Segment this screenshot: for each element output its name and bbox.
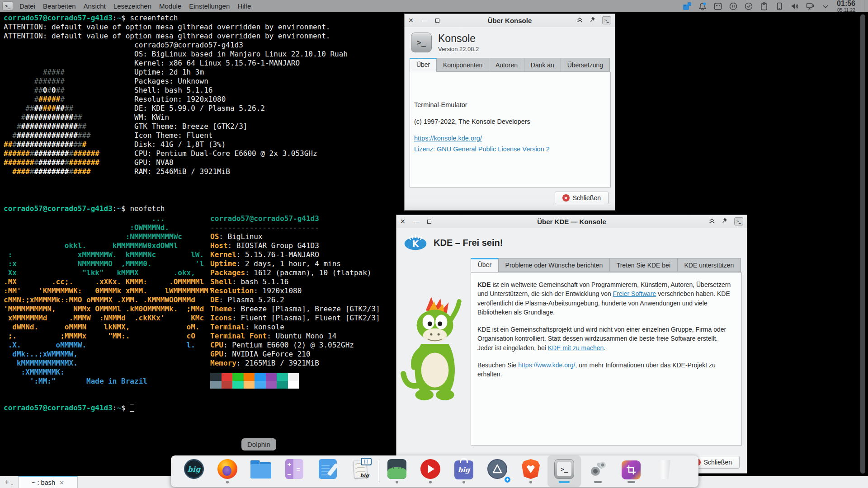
minimize-icon[interactable]: — [421, 17, 428, 23]
about-kde-tab-3[interactable]: Treten Sie KDE bei [610, 258, 678, 272]
running-indicator [462, 481, 465, 483]
dock-item-green-app[interactable]: •• •• [380, 455, 414, 487]
about-konsole-titlebar[interactable]: Über Konsole ✕ — >_ [405, 14, 615, 27]
dock: big+−=|||big•• ••big+>_ [171, 455, 698, 487]
kde-link[interactable]: Freier Software [613, 290, 656, 297]
palette-swatch [232, 381, 244, 389]
about-kde-titlebar[interactable]: Über KDE — Konsole ✕ — >_ [396, 215, 747, 228]
dock-item-appimage[interactable]: + [481, 455, 514, 487]
pamac-icon[interactable] [713, 1, 722, 11]
about-konsole-tab-3[interactable]: Autoren [489, 58, 524, 72]
terminal-scrollbar[interactable] [860, 14, 865, 474]
pin-icon[interactable] [722, 217, 728, 225]
palette-swatch [288, 373, 299, 381]
brave-icon [520, 459, 541, 479]
maximize-icon[interactable] [427, 220, 431, 224]
menu-hilfe[interactable]: Hilfe [237, 2, 251, 10]
neofetch-info: corrado57@corrado57-g41d3 --------------… [210, 214, 380, 368]
terminal-cursor [130, 404, 134, 412]
dock-item-konsole[interactable]: >_ [547, 455, 581, 487]
about-konsole-dialog: Über Konsole ✕ — >_ >_ Konsole Version 2… [404, 14, 615, 211]
dock-item-steam[interactable] [581, 455, 614, 487]
terminal-prompt[interactable]: corrado57@corrado57-g41d3:~$ [4, 404, 134, 413]
keep-above-icon[interactable] [576, 16, 583, 25]
menu-ansicht[interactable]: Ansicht [84, 2, 106, 10]
about-kde-content: KDE ist ein weltweite Gemeinschaft von P… [471, 272, 742, 446]
konsole-app-icon[interactable]: >_ [2, 1, 13, 11]
phone-icon[interactable] [774, 1, 784, 11]
bold-text: KDE [477, 281, 491, 288]
kde-link[interactable]: KDE mit zu machen [548, 344, 604, 352]
minimize-icon[interactable]: — [413, 218, 420, 225]
expand-icon[interactable] [821, 1, 830, 11]
updates-icon[interactable] [744, 1, 753, 11]
close-button-icon: ✕ [562, 194, 570, 202]
dock-item-dolphin[interactable] [244, 455, 278, 487]
about-kde-tab-1[interactable]: Über [471, 258, 499, 272]
plus-badge: + [505, 477, 510, 483]
menu-module[interactable]: Module [159, 2, 181, 10]
dock-item-bigstore[interactable]: big [447, 455, 481, 487]
dock-item-calculator[interactable]: +−= [278, 455, 311, 487]
running-indicator [226, 481, 229, 483]
konsole-logo-icon: >_ [411, 33, 432, 52]
pause-icon[interactable] [728, 1, 738, 11]
about-konsole-tab-5[interactable]: Übersetzung [561, 58, 610, 72]
keep-above-icon[interactable] [708, 217, 715, 226]
about-kde-paragraph-3: Besuchen Sie https://www.kde.org/, um me… [477, 361, 735, 379]
dock-item-brave[interactable] [514, 455, 547, 487]
window-menu-icon[interactable]: >_ [734, 217, 743, 225]
clock-date: 05.11.22 [837, 8, 855, 13]
menu-datei[interactable]: Datei [19, 2, 35, 10]
app-description: Terminal-Emulator [414, 101, 610, 108]
about-kde-tab-2[interactable]: Probleme oder Wünsche berichten [499, 258, 610, 272]
palette-swatch [210, 381, 222, 389]
volume-icon[interactable] [790, 1, 799, 11]
about-konsole-tab-1[interactable]: Über [410, 58, 437, 72]
konsole-website-link[interactable]: https://konsole.kde.org/ [414, 135, 482, 142]
tab-close-icon[interactable]: ✕ [59, 479, 64, 486]
clock[interactable]: 01:56 05.11.22 [837, 0, 855, 12]
youtube-icon [420, 459, 441, 479]
dock-item-notes[interactable] [311, 455, 344, 487]
windows-icon[interactable] [682, 1, 692, 11]
maximize-icon[interactable] [435, 19, 439, 23]
about-konsole-tab-4[interactable]: Dank an [524, 58, 561, 72]
running-indicator [627, 481, 635, 483]
running-indicator [529, 481, 532, 483]
running-indicator [594, 481, 602, 483]
palette-swatch [222, 373, 233, 381]
close-button[interactable]: ✕ Schließen [555, 192, 609, 204]
palette-swatch [266, 373, 277, 381]
kde-link[interactable]: https://www.kde.org/ [518, 361, 575, 369]
bigstore-icon: big [453, 459, 474, 479]
new-tab-button[interactable]: +⌄ [0, 476, 18, 488]
dock-item-firefox[interactable] [211, 455, 244, 487]
about-konsole-tab-2[interactable]: Komponenten [437, 58, 489, 72]
pin-icon[interactable] [590, 16, 596, 24]
menu-lesezeichen[interactable]: Lesezeichen [113, 2, 151, 10]
biglinux-menu-icon: big [184, 459, 204, 479]
about-kde-dialog: Über KDE — Konsole ✕ — >_ K KDE – Frei s… [396, 215, 747, 474]
network-icon[interactable] [805, 1, 815, 11]
shell-tab[interactable]: ~ : bash ✕ [18, 476, 78, 488]
license-link[interactable]: Lizenz: GNU General Public License Versi… [414, 145, 550, 153]
dock-item-biglinux-menu[interactable]: big [177, 455, 211, 487]
dock-item-crop-tool[interactable] [614, 455, 648, 487]
about-konsole-content: Terminal-Emulator (c) 1997-2022, The Kon… [410, 72, 611, 188]
close-icon[interactable]: ✕ [400, 218, 406, 225]
menu-bearbeiten[interactable]: Bearbeiten [43, 2, 76, 10]
close-icon[interactable]: ✕ [408, 17, 414, 23]
window-menu-icon[interactable]: >_ [602, 16, 611, 24]
dock-item-trash[interactable] [648, 455, 681, 487]
notifications-icon[interactable] [698, 1, 707, 11]
dock-item-doc-speech[interactable]: |||big [344, 455, 378, 487]
dialog-title: Über KDE — Konsole [396, 218, 747, 225]
clock-time: 01:56 [837, 0, 855, 7]
about-kde-tab-4[interactable]: KDE unterstützen [678, 258, 741, 272]
dock-tooltip: Dolphin [241, 438, 276, 450]
clipboard-icon[interactable] [759, 1, 769, 11]
dock-item-youtube[interactable] [414, 455, 447, 487]
green-app-icon: •• •• [387, 459, 407, 479]
menu-einstellungen[interactable]: Einstellungen [189, 2, 230, 10]
